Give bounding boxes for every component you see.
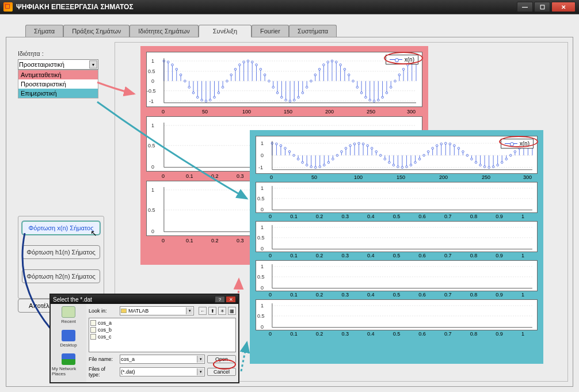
- svg-point-9: [180, 74, 182, 76]
- maximize-button[interactable]: ☐: [534, 2, 550, 12]
- property-option-1[interactable]: Αντιμεταθετική: [18, 70, 98, 79]
- file-icon: [90, 327, 96, 333]
- svg-point-175: [327, 161, 330, 163]
- svg-text:0: 0: [151, 229, 154, 234]
- filename-label: File name:: [89, 356, 117, 362]
- svg-point-109: [390, 86, 392, 89]
- file-item[interactable]: cos_c: [90, 333, 234, 340]
- svg-point-3: [167, 61, 169, 63]
- place-recent[interactable]: Recent: [61, 306, 75, 324]
- svg-point-165: [306, 164, 308, 166]
- teal-plot-2: 10.50 00.10.20.30.40.50.60.70.80.91: [256, 182, 538, 213]
- teal-plot-5: 10.50 00.10.20.30.40.50.60.70.80.91: [256, 299, 538, 330]
- up-icon[interactable]: ⬆: [208, 307, 216, 315]
- file-item[interactable]: cos_b: [90, 326, 234, 333]
- svg-point-83: [335, 61, 337, 63]
- file-icon: [90, 334, 96, 340]
- property-option-2[interactable]: Προσεταιριστική: [18, 79, 98, 89]
- svg-point-47: [260, 68, 262, 71]
- tab-systems[interactable]: Συστήματα: [289, 25, 337, 37]
- load-h2-button[interactable]: Φόρτωση h2(n) Σήματος: [22, 269, 100, 283]
- svg-point-173: [323, 164, 326, 166]
- minimize-button[interactable]: —: [517, 2, 533, 12]
- svg-point-65: [298, 96, 300, 98]
- svg-point-153: [280, 144, 282, 147]
- file-dialog-toolbar: ← ⬆ ✳ ▦: [199, 307, 236, 315]
- file-dialog-close-button[interactable]: ✕: [226, 296, 236, 303]
- tab-signal-props[interactable]: Ιδιότητες Σημάτων: [129, 25, 199, 37]
- svg-point-33: [230, 74, 233, 76]
- property-label: Ιδιότητα :: [18, 50, 98, 57]
- svg-text:1: 1: [261, 224, 264, 230]
- place-desktop[interactable]: Desktop: [60, 330, 77, 348]
- svg-text:1: 1: [151, 58, 154, 64]
- svg-text:-1: -1: [149, 98, 154, 104]
- tab-convolution[interactable]: Συνέλιξη: [199, 25, 252, 37]
- svg-text:0: 0: [261, 207, 264, 212]
- svg-point-195: [371, 147, 373, 150]
- property-select[interactable]: Προσεταιριστική ▾: [18, 59, 98, 70]
- svg-point-261: [514, 151, 516, 153]
- tab-fourier[interactable]: Fourier: [252, 25, 289, 37]
- pink-legend-highlight: [384, 52, 423, 64]
- svg-point-95: [360, 92, 363, 94]
- svg-text:1: 1: [261, 264, 264, 269]
- filetype-select[interactable]: (*.dat)▾: [120, 367, 205, 376]
- svg-text:1: 1: [151, 187, 154, 193]
- svg-point-19: [201, 99, 203, 101]
- filename-input[interactable]: cos_a▾: [120, 355, 205, 364]
- svg-point-241: [471, 158, 473, 161]
- svg-point-97: [365, 96, 367, 98]
- svg-point-115: [402, 68, 405, 71]
- file-dialog-title: Select the *.dat: [53, 296, 92, 303]
- teal-plot-3: 10.50 00.10.20.30.40.50.60.70.80.91: [256, 221, 538, 252]
- teal-plot-4: 10.50 00.10.20.30.40.50.60.70.80.91: [256, 260, 538, 291]
- svg-point-87: [344, 68, 346, 71]
- close-button[interactable]: ✕: [551, 2, 576, 12]
- load-h1-button[interactable]: Φόρτωση h1(n) Σήματος: [22, 245, 100, 259]
- place-network[interactable]: My Network Places: [52, 353, 85, 376]
- svg-text:0.5: 0.5: [148, 207, 155, 213]
- dropdown-icon: ▾: [186, 307, 193, 314]
- open-button-highlight: [213, 359, 236, 370]
- teal-legend-highlight: [499, 136, 538, 147]
- svg-point-233: [454, 144, 456, 147]
- svg-text:0: 0: [151, 78, 154, 84]
- svg-point-27: [218, 92, 220, 94]
- svg-point-93: [356, 86, 359, 89]
- svg-point-223: [432, 147, 434, 150]
- lookin-select[interactable]: MATLAB ▾: [120, 306, 194, 315]
- svg-point-255: [501, 161, 503, 163]
- svg-point-257: [505, 158, 508, 161]
- file-item[interactable]: cos_a: [90, 319, 234, 326]
- svg-point-35: [234, 68, 237, 71]
- file-list[interactable]: cos_a cos_b cos_c: [89, 318, 236, 352]
- property-option-3[interactable]: Επιμεριστική: [18, 89, 98, 98]
- tab-signal-ops[interactable]: Πράξεις Σημάτων: [63, 25, 129, 37]
- load-x-button[interactable]: Φόρτωση x(n) Σήματος: [22, 221, 100, 235]
- svg-point-13: [188, 86, 191, 89]
- svg-point-79: [327, 61, 329, 63]
- svg-point-103: [377, 99, 379, 101]
- back-icon[interactable]: ←: [199, 307, 207, 315]
- svg-text:0.5: 0.5: [148, 68, 155, 74]
- app-icon: [3, 2, 13, 12]
- file-dialog-help-button[interactable]: ?: [215, 296, 225, 303]
- svg-point-235: [458, 147, 460, 150]
- file-open-dialog: Select the *.dat ? ✕ Recent Desktop My N…: [49, 294, 239, 383]
- svg-text:1: 1: [261, 140, 264, 146]
- lookin-label: Look in:: [89, 308, 117, 314]
- svg-point-113: [398, 74, 401, 76]
- views-icon[interactable]: ▦: [228, 307, 236, 315]
- svg-point-201: [384, 158, 386, 161]
- filetype-label: Files of type:: [89, 366, 117, 378]
- folder-icon: [121, 309, 127, 313]
- newfolder-icon[interactable]: ✳: [218, 307, 226, 315]
- tab-signals[interactable]: Σήματα: [25, 25, 63, 37]
- dropdown-icon: ▾: [89, 60, 97, 68]
- svg-text:0: 0: [261, 285, 264, 291]
- svg-point-213: [410, 164, 412, 166]
- svg-point-25: [214, 96, 216, 98]
- svg-point-45: [256, 64, 258, 66]
- svg-point-225: [436, 144, 438, 147]
